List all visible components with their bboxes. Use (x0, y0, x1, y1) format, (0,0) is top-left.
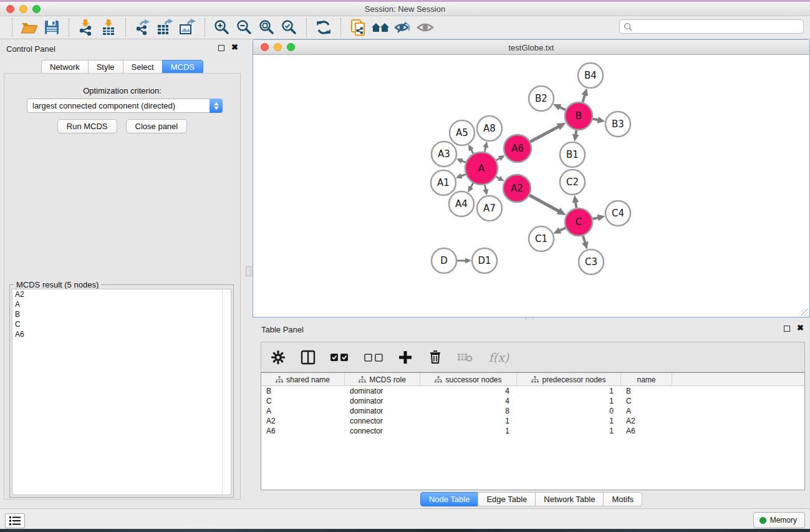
copy-network-button[interactable] (347, 17, 369, 37)
column-header-MCDS-role[interactable]: MCDS role (345, 373, 420, 386)
graph-node-A7[interactable]: A7 (477, 196, 502, 221)
zoom-fit-button[interactable] (256, 17, 278, 37)
table-row[interactable]: A2connector11A2 (261, 416, 804, 426)
graph-node-C1[interactable]: C1 (529, 226, 554, 251)
hide-selected-button[interactable] (392, 17, 414, 37)
table-cell: 4 (420, 386, 517, 396)
graph-node-B3[interactable]: B3 (605, 112, 630, 137)
mcds-result-item[interactable]: C (12, 319, 231, 329)
mcds-result-item[interactable]: A2 (12, 289, 231, 299)
table-cell: 0 (517, 406, 621, 416)
graph-edge-B-B4[interactable] (582, 94, 585, 102)
open-file-button[interactable] (18, 17, 41, 37)
column-header-predecessor-nodes[interactable]: predecessor nodes (517, 373, 621, 386)
show-column-button[interactable] (300, 349, 316, 365)
network-canvas[interactable]: B4B2BB3A8A5A6A3B1AA1C2A2A4A7C4CC1C3DD1 (253, 55, 809, 317)
graph-edge-A6-B[interactable] (530, 126, 559, 142)
graph-node-A1[interactable]: A1 (431, 170, 456, 195)
table-settings-button[interactable] (270, 349, 286, 365)
column-header-successor-nodes[interactable]: successor nodes (420, 373, 517, 386)
column-header-shared-name[interactable]: shared name (261, 373, 345, 386)
tab-edge-table[interactable]: Edge Table (478, 492, 536, 506)
graph-node-A6[interactable]: A6 (504, 135, 531, 162)
graph-node-B1[interactable]: B1 (560, 142, 585, 167)
table-row[interactable]: Cdominator41C (261, 396, 804, 406)
export-table-icon (157, 19, 174, 36)
select-stepper-icon (210, 99, 223, 113)
column-header-name[interactable]: name (621, 373, 672, 386)
criterion-select[interactable]: largest connected component (directed) (27, 99, 223, 113)
mcds-result-item[interactable]: A6 (12, 329, 231, 339)
graph-node-B4[interactable]: B4 (578, 63, 603, 88)
task-history-button[interactable] (5, 513, 25, 528)
tab-mcds[interactable]: MCDS (162, 60, 203, 74)
deselect-all-button[interactable] (364, 349, 383, 365)
vertical-splitter-handle[interactable] (246, 266, 251, 276)
export-image-button[interactable] (176, 17, 199, 37)
graph-node-A[interactable]: A (465, 152, 498, 185)
graph-node-B[interactable]: B (565, 102, 592, 130)
mcds-result-list[interactable]: A2ABCA6 (12, 289, 231, 495)
zoom-selected-button[interactable] (278, 17, 301, 37)
import-network-button[interactable] (75, 17, 97, 37)
graph-node-A8[interactable]: A8 (477, 116, 502, 141)
show-all-button[interactable] (414, 17, 436, 37)
edge-arrowhead (483, 189, 488, 196)
tab-network[interactable]: Network (41, 60, 89, 74)
tab-node-table[interactable]: Node Table (420, 492, 479, 506)
zoom-out-button[interactable] (233, 17, 256, 37)
memory-button[interactable]: Memory (753, 512, 805, 528)
zoom-in-button[interactable] (211, 17, 233, 37)
float-table-panel-icon[interactable] (784, 326, 790, 332)
search-input[interactable] (632, 21, 803, 32)
graph-node-A3[interactable]: A3 (432, 142, 456, 167)
graph-node-C4[interactable]: C4 (605, 201, 630, 226)
delete-table-button[interactable] (457, 349, 473, 365)
tab-style[interactable]: Style (88, 60, 123, 74)
graph-node-A4[interactable]: A4 (449, 191, 474, 216)
graph-node-B2[interactable]: B2 (529, 86, 554, 111)
mcds-result-item[interactable]: B (12, 309, 231, 319)
graph-node-D1[interactable]: D1 (472, 248, 497, 273)
run-mcds-button[interactable]: Run MCDS (57, 119, 117, 133)
graph-node-C3[interactable]: C3 (579, 249, 604, 274)
select-all-button[interactable] (330, 349, 350, 365)
graph-edge-A2-C[interactable] (529, 195, 559, 211)
graph-node-D[interactable]: D (432, 248, 456, 273)
first-neighbors-button[interactable] (369, 17, 392, 37)
table-cell: B (621, 386, 672, 396)
import-table-button[interactable] (97, 17, 120, 37)
scrollbar-track[interactable] (222, 289, 231, 495)
mcds-result-item[interactable]: A (12, 299, 231, 309)
export-table-button[interactable] (154, 17, 176, 37)
table-row[interactable]: Adominator80A (261, 406, 804, 416)
table-toolbar: f(x) (261, 342, 805, 372)
save-session-button[interactable] (41, 17, 63, 37)
table-row[interactable]: Bdominator41B (261, 386, 804, 396)
graph-node-C[interactable]: C (565, 208, 592, 236)
tab-motifs[interactable]: Motifs (603, 492, 642, 506)
graph-node-C2[interactable]: C2 (560, 170, 585, 195)
add-column-button[interactable] (397, 349, 413, 365)
close-table-panel-icon[interactable]: ✖ (797, 324, 804, 332)
optimization-label: Optimization criterion: (4, 86, 240, 95)
float-panel-icon[interactable] (218, 45, 224, 51)
close-panel-button[interactable]: Close panel (126, 119, 188, 133)
graph-node-A2[interactable]: A2 (503, 175, 531, 202)
tab-select[interactable]: Select (123, 60, 163, 74)
app-title: Session: New Session (0, 4, 810, 14)
resize-grip[interactable] (801, 309, 809, 316)
zoom-selected-icon (281, 19, 297, 36)
delete-column-button[interactable] (427, 349, 443, 365)
import-network-icon (78, 19, 94, 36)
close-panel-icon[interactable]: ✖ (231, 43, 238, 52)
table-row[interactable]: A6connector11A6 (261, 426, 804, 436)
search-icon (624, 22, 632, 31)
apply-function-button[interactable]: f(x) (487, 349, 511, 365)
refresh-button[interactable] (312, 17, 335, 37)
graph-node-A5[interactable]: A5 (450, 120, 475, 145)
search-field[interactable] (619, 19, 804, 34)
tab-network-table[interactable]: Network Table (535, 492, 604, 506)
export-network-button[interactable] (132, 17, 154, 37)
gear-icon (271, 351, 285, 364)
